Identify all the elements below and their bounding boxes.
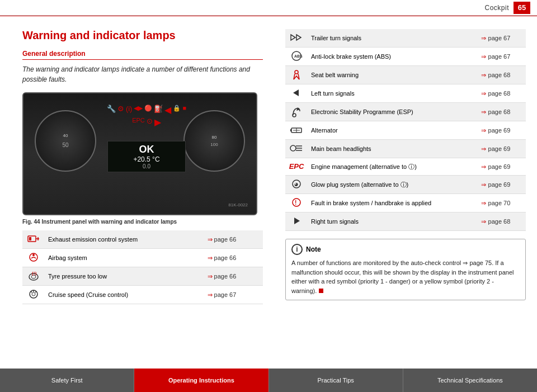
- table-cell-ref: ⇒ page 68: [478, 66, 526, 84]
- table-row: Main beam headlights ⇒ page 69: [285, 140, 526, 158]
- instrument-panel-image: 4050 80100 🔧 ⚙ (i) ◀▶: [22, 92, 257, 215]
- seatbelt-icon: [289, 68, 304, 81]
- table-cell-label: Seat belt warning: [308, 66, 478, 84]
- table-row: Cruise speed (Cruise control) ⇒ page 67: [22, 286, 263, 304]
- right-column: Trailer turn signals ⇒ page 67 ABS Anti-…: [274, 16, 537, 369]
- table-cell-label: Cruise speed (Cruise control): [45, 286, 204, 304]
- svg-marker-21: [293, 89, 299, 96]
- table-cell-label: Right turn signals: [308, 212, 478, 231]
- table-cell-ref: ⇒ page 68: [478, 84, 526, 103]
- center-display: OK +20.5 °C 0.0: [107, 141, 186, 172]
- table-cell-label: Tyre pressure too low: [45, 267, 204, 286]
- table-cell-ref: ⇒ page 69: [478, 176, 526, 194]
- alternator-icon: [289, 124, 304, 136]
- svg-point-5: [32, 254, 35, 256]
- table-row: EPC Engine management (alternative to ⓘ)…: [285, 158, 526, 176]
- svg-text:): ): [35, 271, 36, 276]
- table-cell-label: Trailer turn signals: [308, 29, 478, 48]
- table-cell-label: Airbag system: [45, 249, 204, 267]
- table-cell-ref: ⇒ page 69: [478, 121, 526, 140]
- table-row: Alternator ⇒ page 69: [285, 121, 526, 140]
- table-cell-label: Alternator: [308, 121, 478, 140]
- main-content: Warning and indicator lamps General desc…: [0, 16, 537, 369]
- table-cell-ref: ⇒ page 67: [478, 48, 526, 66]
- note-box: i Note A number of functions are monitor…: [285, 239, 526, 300]
- chapter-label: Cockpit: [484, 4, 509, 12]
- table-cell-ref: ⇒ page 67: [478, 29, 526, 48]
- header-chapter: Cockpit 65: [484, 2, 530, 14]
- svg-text:ABS: ABS: [294, 54, 303, 58]
- table-cell-label: Engine management (alternative to ⓘ): [308, 158, 478, 176]
- footer: Safety First Operating Instructions Prac…: [0, 369, 537, 392]
- table-cell-ref: ⇒ page 67: [204, 286, 263, 304]
- svg-line-14: [35, 291, 36, 292]
- svg-point-20: [295, 70, 298, 74]
- figure-caption: Fig. 44 Instrument panel with warning an…: [22, 219, 263, 225]
- table-cell-label: Main beam headlights: [308, 140, 478, 158]
- left-warning-table: Exhaust emission control system ⇒ page 6…: [22, 230, 263, 304]
- table-cell-ref: ⇒ page 66: [204, 267, 263, 286]
- note-text: A number of functions are monitored by t…: [291, 258, 520, 295]
- cruise-icon: [26, 288, 41, 300]
- svg-rect-24: [290, 129, 291, 131]
- svg-point-12: [32, 292, 35, 296]
- table-row: Trailer turn signals ⇒ page 67: [285, 29, 526, 48]
- note-header: i Note: [291, 244, 520, 255]
- left-column: Warning and indicator lamps General desc…: [0, 16, 274, 369]
- page-title: Warning and indicator lamps: [22, 29, 263, 42]
- table-cell-ref: ⇒ page 68: [478, 212, 526, 231]
- trailer-turn-icon: [289, 31, 304, 44]
- table-cell-ref: ⇒ page 69: [478, 158, 526, 176]
- svg-text:!: !: [34, 271, 35, 275]
- svg-marker-17: [296, 35, 301, 40]
- abs-icon: ABS: [289, 50, 304, 62]
- svg-marker-35: [294, 218, 300, 224]
- left-turn-icon: [289, 87, 304, 99]
- header: Cockpit 65: [0, 0, 537, 16]
- table-cell-label: Fault in brake system / handbrake is app…: [308, 194, 478, 212]
- svg-line-15: [31, 291, 32, 292]
- right-warning-table: Trailer turn signals ⇒ page 67 ABS Anti-…: [285, 29, 526, 231]
- table-cell-ref: ⇒ page 66: [204, 249, 263, 267]
- table-cell-label: Exhaust emission control system: [45, 230, 204, 249]
- footer-section-operating[interactable]: Operating Instructions: [134, 369, 268, 392]
- table-row: ◕ Glow plug system (alternative to ⓘ) ⇒ …: [285, 176, 526, 194]
- mainbeam-icon: [289, 142, 304, 154]
- table-cell-ref: ⇒ page 69: [478, 140, 526, 158]
- table-row: ( ! ) Tyre pressure too low ⇒ page 66: [22, 267, 263, 286]
- table-row: Left turn signals ⇒ page 68: [285, 84, 526, 103]
- table-row: ! Fault in brake system / handbrake is a…: [285, 194, 526, 212]
- right-gauge: 80100: [183, 110, 245, 172]
- section-heading: General description: [22, 50, 263, 60]
- table-cell-ref: ⇒ page 66: [204, 230, 263, 249]
- table-row: Right turn signals ⇒ page 68: [285, 212, 526, 231]
- svg-point-27: [290, 145, 296, 151]
- table-row: Airbag system ⇒ page 66: [22, 249, 263, 267]
- footer-section-safety[interactable]: Safety First: [0, 369, 134, 392]
- table-row: Seat belt warning ⇒ page 68: [285, 66, 526, 84]
- table-cell-label: Anti-lock brake system (ABS): [308, 48, 478, 66]
- glowplug-icon: ◕: [289, 178, 304, 190]
- svg-text:!: !: [295, 200, 296, 206]
- footer-section-technical[interactable]: Technical Specifications: [403, 369, 537, 392]
- table-cell-label: Glow plug system (alternative to ⓘ): [308, 176, 478, 194]
- table-row: Exhaust emission control system ⇒ page 6…: [22, 230, 263, 249]
- end-marker: [319, 289, 323, 293]
- svg-point-7: [31, 275, 36, 278]
- table-cell-label: Electronic Stability Programme (ESP): [308, 103, 478, 121]
- brake-icon: !: [289, 196, 304, 209]
- note-icon: i: [291, 244, 303, 255]
- svg-marker-16: [291, 35, 295, 40]
- footer-section-practical[interactable]: Practical Tips: [269, 369, 403, 392]
- page-number: 65: [514, 2, 530, 14]
- table-cell-label: Left turn signals: [308, 84, 478, 103]
- exhaust-icon: [26, 233, 41, 245]
- image-ref: 81K-0022: [228, 202, 248, 207]
- table-cell-ref: ⇒ page 70: [478, 194, 526, 212]
- svg-rect-1: [29, 237, 31, 240]
- esp-icon: [289, 105, 304, 117]
- right-turn-icon: [289, 215, 304, 227]
- warning-icons: 🔧 ⚙ (i) ◀▶ 🔴 ⛽ ◀ 🔒 ■ EPC ⊙ ▶: [102, 105, 191, 127]
- svg-text:◕: ◕: [294, 182, 298, 187]
- table-row: ABS Anti-lock brake system (ABS) ⇒ page …: [285, 48, 526, 66]
